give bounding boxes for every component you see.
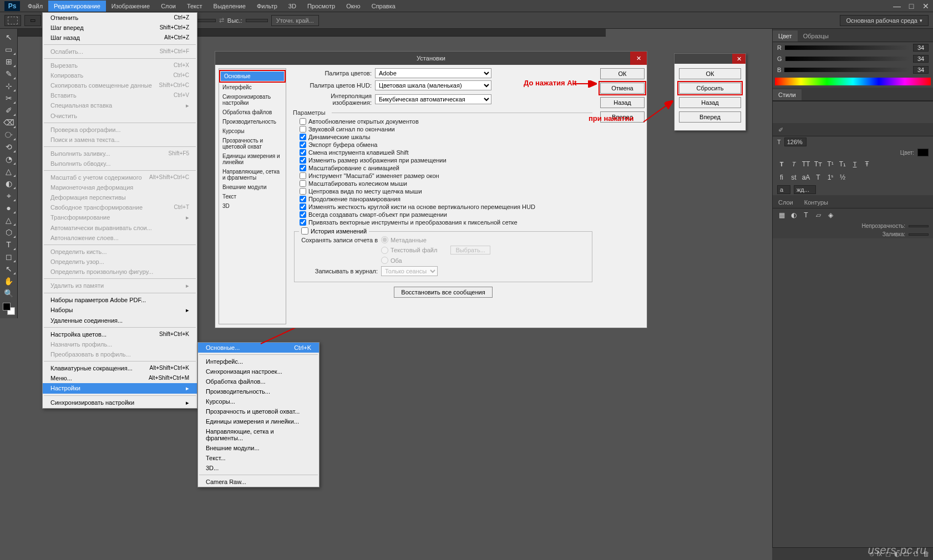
super-icon[interactable]: T¹ [826,160,835,169]
submenuitem[interactable]: 3D... [198,463,319,473]
dialog-close-button[interactable]: ✕ [630,52,647,65]
menuitem[interactable]: Наборы параметров Adobe PDF... [43,295,197,305]
submenuitem[interactable]: Интерфейс... [198,357,319,366]
menu-Текст[interactable]: Текст [181,1,208,12]
b-value[interactable]: 34 [913,66,929,74]
tool-preset-icon[interactable] [4,15,21,26]
ok-button[interactable]: ОК [600,68,645,79]
st-icon[interactable]: st [789,173,798,182]
char-color-swatch[interactable] [917,149,929,156]
menuitem[interactable]: Настройка цветов...Shift+Ctrl+K [43,329,197,339]
tab-swatches[interactable]: Образцы [798,30,834,42]
tool-7[interactable]: ⌫ [2,116,16,129]
prev-button[interactable]: Назад [600,97,645,108]
menu-Файл[interactable]: Файл [22,1,48,12]
filter-smart-icon[interactable]: ◈ [826,211,835,220]
pref-checkbox[interactable]: Динамические шкалы [300,134,595,140]
half-icon[interactable]: ½ [838,173,847,182]
char-size[interactable]: 126% [784,138,807,146]
tool-0[interactable]: ↖ [2,31,16,43]
ok-button-alt[interactable]: ОК [679,68,741,79]
r-value[interactable]: 34 [913,44,929,52]
prefs-cat[interactable]: Производительность [219,117,286,126]
prefs-cat[interactable]: Единицы измерения и линейки [219,151,286,167]
pref-checkbox[interactable]: Центровка вида по месту щелчка мыши [300,188,595,195]
pref-checkbox[interactable]: Масштабирование с анимацией [300,165,595,171]
tool-16[interactable]: ⬡ [2,226,16,238]
filter-pixel-icon[interactable]: ▦ [777,211,786,220]
pref-checkbox[interactable]: Изменить размер изображения при размещен… [300,157,595,164]
tab-brush-icon[interactable]: ✐ [773,124,789,136]
callout-close-button[interactable]: ✕ [732,54,746,64]
tool-12[interactable]: ◐ [2,177,16,190]
menuitem[interactable]: Клавиатурные сокращения...Alt+Shift+Ctrl… [43,363,197,373]
opacity-value[interactable] [909,225,929,227]
tool-21[interactable]: 🔍 [2,287,16,299]
pref-checkbox[interactable]: Инструмент "Масштаб" изменяет размер око… [300,172,595,179]
picker-select[interactable]: Adobe [375,68,491,78]
prefs-cat[interactable]: Направляющие, сетка и фрагменты [219,167,286,182]
antialias-icon[interactable]: a [777,185,790,194]
submenuitem[interactable]: Направляющие, сетка и фрагменты... [198,426,319,443]
submenuitem[interactable]: Единицы измерения и линейки... [198,416,319,426]
prefs-cat[interactable]: Текст [219,192,286,201]
submenuitem[interactable]: Внешние модули... [198,443,319,453]
workspace-switcher[interactable]: Основная рабочая среда [840,15,929,26]
refine-edge-button[interactable]: Уточн. край... [271,15,319,26]
menuitem[interactable]: Шаг назадAlt+Ctrl+Z [43,33,197,43]
prefs-cat[interactable]: 3D [219,201,286,211]
prev-button-alt[interactable]: Назад [679,97,741,108]
g-value[interactable]: 34 [913,55,929,63]
pref-checkbox[interactable]: Смена инструмента клавишей Shift [300,149,595,156]
pref-checkbox[interactable]: Звуковой сигнал по окончании [300,126,595,133]
tab-layers[interactable]: Слои [773,197,799,208]
pref-checkbox[interactable]: Продолжение панорамирования [300,196,595,202]
menu-Слои[interactable]: Слои [155,1,181,12]
filter-text-icon[interactable]: T [802,211,810,220]
submenuitem[interactable]: Курсоры... [198,396,319,406]
caps-icon[interactable]: TT [802,160,810,169]
tool-17[interactable]: T [2,238,16,251]
underline-icon[interactable]: T [850,160,859,169]
restore-dialogs-button[interactable]: Восстановить все сообщения [394,287,492,298]
prefs-cat[interactable]: Основные [221,72,284,81]
hud-select[interactable]: Цветовая шкала (маленькая) [375,80,491,90]
menuitem[interactable]: Настройки [43,383,197,394]
tool-5[interactable]: ✂ [2,92,16,104]
interp-select[interactable]: Бикубическая автоматическая [375,94,491,104]
tab-styles[interactable]: Стили [773,89,802,100]
height-input[interactable] [246,19,268,22]
italic-icon[interactable]: T [789,160,798,169]
pref-checkbox[interactable]: Изменять жесткость круглой кисти на осно… [300,203,595,210]
tool-8[interactable]: ⧂ [2,129,16,141]
fill-value[interactable] [909,233,929,236]
tool-10[interactable]: ◔ [2,153,16,165]
menu-3D[interactable]: 3D [283,1,302,12]
filter-shape-icon[interactable]: ▱ [814,211,823,220]
menu-Редактирование[interactable]: Редактирование [48,1,106,12]
strike-icon[interactable]: Ŧ [863,160,871,169]
aA-icon[interactable]: aA [802,173,810,182]
smallcaps-icon[interactable]: Tᴛ [814,160,823,169]
prefs-cat[interactable]: Прозрачность и цветовой охват [219,136,286,151]
antialias-select[interactable]: жд... [794,185,816,194]
tool-15[interactable]: △ [2,214,16,226]
filter-adj-icon[interactable]: ◐ [789,211,798,220]
prefs-cat[interactable]: Обработка файлов [219,108,286,117]
b-slider[interactable] [784,68,910,72]
close-button[interactable]: ✕ [919,1,933,11]
tool-20[interactable]: ✋ [2,275,16,287]
color-spectrum[interactable] [775,78,931,85]
fgbg-swatch[interactable] [2,302,16,316]
r-slider[interactable] [785,45,910,50]
tool-3[interactable]: ✎ [2,68,16,80]
pref-checkbox[interactable]: Автообновление открытых документов [300,118,595,125]
prefs-cat[interactable]: Синхронизировать настройки [219,92,286,108]
submenuitem[interactable]: Синхронизация настроек... [198,366,319,376]
reset-button[interactable]: Сбросить [679,83,741,94]
menuitem[interactable]: Шаг впередShift+Ctrl+Z [43,23,197,33]
menu-Окно[interactable]: Окно [341,1,366,12]
pref-checkbox[interactable]: Всегда создавать смарт-объект при размещ… [300,211,595,218]
tool-11[interactable]: △ [2,165,16,177]
fi-icon[interactable]: fi [777,173,786,182]
